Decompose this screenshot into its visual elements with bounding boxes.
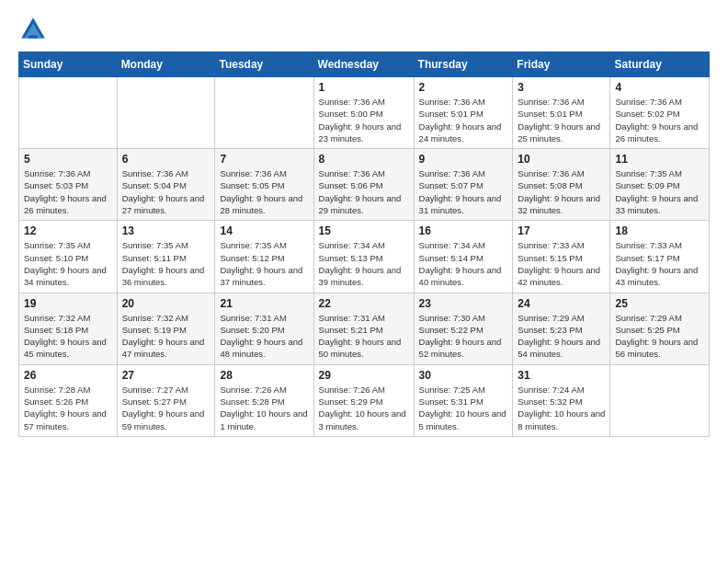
day-cell: 18Sunrise: 7:33 AM Sunset: 5:17 PM Dayli…	[610, 221, 710, 293]
day-cell: 3Sunrise: 7:36 AM Sunset: 5:01 PM Daylig…	[513, 77, 610, 149]
day-number: 10	[518, 153, 605, 166]
day-cell: 12Sunrise: 7:35 AM Sunset: 5:10 PM Dayli…	[19, 221, 118, 293]
day-info: Sunrise: 7:35 AM Sunset: 5:10 PM Dayligh…	[24, 239, 112, 288]
calendar-table: SundayMondayTuesdayWednesdayThursdayFrid…	[18, 52, 710, 437]
day-info: Sunrise: 7:32 AM Sunset: 5:19 PM Dayligh…	[122, 312, 210, 361]
day-info: Sunrise: 7:33 AM Sunset: 5:17 PM Dayligh…	[615, 239, 704, 288]
logo	[18, 15, 51, 44]
day-cell: 6Sunrise: 7:36 AM Sunset: 5:04 PM Daylig…	[117, 149, 215, 221]
day-cell	[19, 77, 118, 149]
week-row-1: 1Sunrise: 7:36 AM Sunset: 5:00 PM Daylig…	[19, 77, 710, 149]
day-cell: 2Sunrise: 7:36 AM Sunset: 5:01 PM Daylig…	[414, 77, 513, 149]
day-info: Sunrise: 7:35 AM Sunset: 5:11 PM Dayligh…	[122, 239, 210, 288]
page: SundayMondayTuesdayWednesdayThursdayFrid…	[0, 0, 728, 563]
day-cell: 29Sunrise: 7:26 AM Sunset: 5:29 PM Dayli…	[313, 364, 414, 436]
weekday-header-wednesday: Wednesday	[313, 52, 414, 77]
day-number: 13	[122, 224, 210, 237]
day-number: 24	[518, 297, 605, 310]
weekday-header-sunday: Sunday	[19, 52, 118, 77]
day-number: 23	[419, 297, 508, 310]
header	[18, 15, 710, 44]
day-cell: 25Sunrise: 7:29 AM Sunset: 5:25 PM Dayli…	[610, 293, 710, 364]
day-number: 22	[319, 297, 409, 310]
day-cell: 30Sunrise: 7:25 AM Sunset: 5:31 PM Dayli…	[414, 364, 513, 436]
day-number: 11	[615, 153, 704, 166]
day-cell: 26Sunrise: 7:28 AM Sunset: 5:26 PM Dayli…	[19, 364, 118, 436]
day-cell: 14Sunrise: 7:35 AM Sunset: 5:12 PM Dayli…	[215, 221, 313, 293]
logo-icon	[18, 15, 48, 44]
day-number: 20	[122, 297, 210, 310]
day-number: 30	[419, 369, 508, 382]
day-info: Sunrise: 7:36 AM Sunset: 5:04 PM Dayligh…	[122, 167, 210, 216]
day-cell: 19Sunrise: 7:32 AM Sunset: 5:18 PM Dayli…	[19, 293, 118, 364]
day-info: Sunrise: 7:35 AM Sunset: 5:12 PM Dayligh…	[220, 239, 308, 288]
weekday-header-thursday: Thursday	[414, 52, 513, 77]
day-number: 27	[122, 369, 210, 382]
day-info: Sunrise: 7:33 AM Sunset: 5:15 PM Dayligh…	[518, 239, 605, 288]
day-info: Sunrise: 7:36 AM Sunset: 5:00 PM Dayligh…	[319, 96, 409, 144]
day-cell	[215, 77, 313, 149]
day-number: 21	[220, 297, 308, 310]
day-number: 2	[419, 81, 508, 94]
day-info: Sunrise: 7:31 AM Sunset: 5:20 PM Dayligh…	[220, 312, 308, 361]
day-info: Sunrise: 7:32 AM Sunset: 5:18 PM Dayligh…	[24, 312, 112, 361]
day-number: 8	[319, 153, 409, 166]
weekday-header-row: SundayMondayTuesdayWednesdayThursdayFrid…	[19, 52, 710, 77]
day-cell: 23Sunrise: 7:30 AM Sunset: 5:22 PM Dayli…	[414, 293, 513, 364]
day-info: Sunrise: 7:36 AM Sunset: 5:07 PM Dayligh…	[419, 167, 508, 216]
day-info: Sunrise: 7:34 AM Sunset: 5:14 PM Dayligh…	[419, 239, 508, 288]
day-cell: 1Sunrise: 7:36 AM Sunset: 5:00 PM Daylig…	[313, 77, 414, 149]
day-number: 25	[615, 297, 704, 310]
week-row-5: 26Sunrise: 7:28 AM Sunset: 5:26 PM Dayli…	[19, 364, 710, 436]
day-info: Sunrise: 7:36 AM Sunset: 5:05 PM Dayligh…	[220, 167, 308, 216]
day-info: Sunrise: 7:24 AM Sunset: 5:32 PM Dayligh…	[518, 384, 605, 432]
weekday-header-friday: Friday	[513, 52, 610, 77]
day-number: 19	[24, 297, 112, 310]
day-number: 26	[24, 369, 112, 382]
week-row-2: 5Sunrise: 7:36 AM Sunset: 5:03 PM Daylig…	[19, 149, 710, 221]
weekday-header-tuesday: Tuesday	[215, 52, 313, 77]
day-number: 9	[419, 153, 508, 166]
day-number: 31	[518, 369, 605, 382]
day-cell: 21Sunrise: 7:31 AM Sunset: 5:20 PM Dayli…	[215, 293, 313, 364]
day-info: Sunrise: 7:36 AM Sunset: 5:01 PM Dayligh…	[518, 96, 605, 144]
day-number: 16	[419, 224, 508, 237]
day-cell: 20Sunrise: 7:32 AM Sunset: 5:19 PM Dayli…	[117, 293, 215, 364]
day-cell	[117, 77, 215, 149]
day-number: 12	[24, 224, 112, 237]
day-info: Sunrise: 7:26 AM Sunset: 5:29 PM Dayligh…	[319, 384, 409, 432]
day-number: 5	[24, 153, 112, 166]
day-number: 29	[319, 369, 409, 382]
day-info: Sunrise: 7:31 AM Sunset: 5:21 PM Dayligh…	[319, 312, 409, 361]
week-row-3: 12Sunrise: 7:35 AM Sunset: 5:10 PM Dayli…	[19, 221, 710, 293]
day-cell: 10Sunrise: 7:36 AM Sunset: 5:08 PM Dayli…	[513, 149, 610, 221]
day-cell: 31Sunrise: 7:24 AM Sunset: 5:32 PM Dayli…	[513, 364, 610, 436]
day-cell: 16Sunrise: 7:34 AM Sunset: 5:14 PM Dayli…	[414, 221, 513, 293]
day-number: 15	[319, 224, 409, 237]
day-cell: 24Sunrise: 7:29 AM Sunset: 5:23 PM Dayli…	[513, 293, 610, 364]
weekday-header-saturday: Saturday	[610, 52, 710, 77]
day-info: Sunrise: 7:29 AM Sunset: 5:23 PM Dayligh…	[518, 312, 605, 361]
day-info: Sunrise: 7:30 AM Sunset: 5:22 PM Dayligh…	[419, 312, 508, 361]
day-info: Sunrise: 7:36 AM Sunset: 5:01 PM Dayligh…	[419, 96, 508, 144]
day-info: Sunrise: 7:25 AM Sunset: 5:31 PM Dayligh…	[419, 384, 508, 432]
day-cell: 11Sunrise: 7:35 AM Sunset: 5:09 PM Dayli…	[610, 149, 710, 221]
day-cell: 17Sunrise: 7:33 AM Sunset: 5:15 PM Dayli…	[513, 221, 610, 293]
day-number: 28	[220, 369, 308, 382]
day-info: Sunrise: 7:36 AM Sunset: 5:03 PM Dayligh…	[24, 167, 112, 216]
day-info: Sunrise: 7:29 AM Sunset: 5:25 PM Dayligh…	[615, 312, 704, 361]
day-cell: 28Sunrise: 7:26 AM Sunset: 5:28 PM Dayli…	[215, 364, 313, 436]
day-number: 17	[518, 224, 605, 237]
day-info: Sunrise: 7:28 AM Sunset: 5:26 PM Dayligh…	[24, 384, 112, 432]
day-info: Sunrise: 7:35 AM Sunset: 5:09 PM Dayligh…	[615, 167, 704, 216]
day-cell: 7Sunrise: 7:36 AM Sunset: 5:05 PM Daylig…	[215, 149, 313, 221]
day-info: Sunrise: 7:36 AM Sunset: 5:08 PM Dayligh…	[518, 167, 605, 216]
day-cell: 13Sunrise: 7:35 AM Sunset: 5:11 PM Dayli…	[117, 221, 215, 293]
day-cell: 8Sunrise: 7:36 AM Sunset: 5:06 PM Daylig…	[313, 149, 414, 221]
day-info: Sunrise: 7:27 AM Sunset: 5:27 PM Dayligh…	[122, 384, 210, 432]
day-number: 6	[122, 153, 210, 166]
day-info: Sunrise: 7:26 AM Sunset: 5:28 PM Dayligh…	[220, 384, 308, 432]
svg-rect-2	[28, 35, 38, 38]
weekday-header-monday: Monday	[117, 52, 215, 77]
day-number: 7	[220, 153, 308, 166]
